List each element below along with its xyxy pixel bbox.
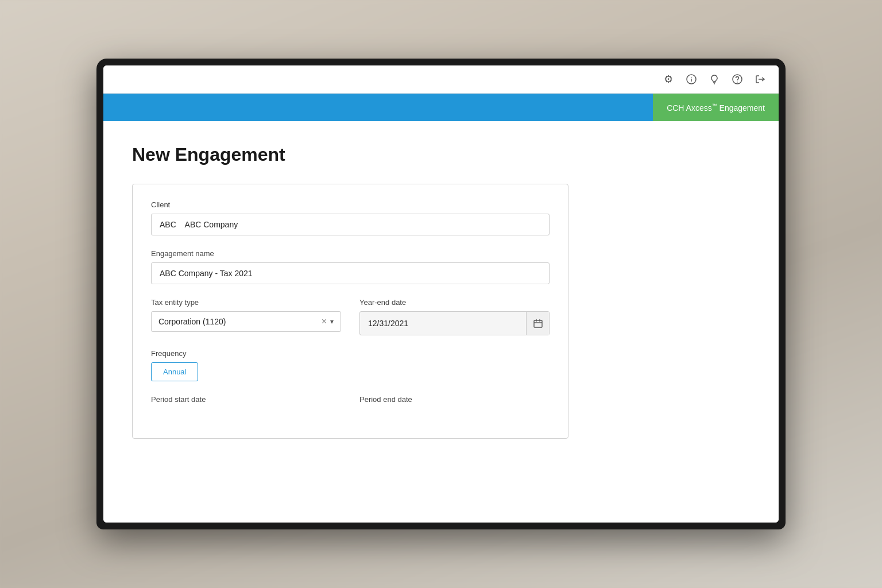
help-icon[interactable] (728, 70, 746, 88)
svg-rect-8 (534, 320, 542, 327)
period-date-row: Period start date Period end date (151, 395, 550, 408)
tax-entity-select[interactable]: Corporation (1120) × ▾ (151, 311, 341, 332)
tax-entity-chevron-icon[interactable]: ▾ (330, 318, 334, 326)
client-label: Client (151, 200, 550, 209)
svg-point-6 (737, 82, 738, 83)
period-start-label: Period start date (151, 395, 341, 404)
app-name-text: CCH Axcess™ Engagement (667, 103, 765, 113)
period-end-label: Period end date (359, 395, 550, 404)
period-start-col: Period start date (151, 395, 341, 408)
tax-entity-clear-icon[interactable]: × (322, 316, 327, 327)
header-bar: CCH Axcess™ Engagement (103, 94, 779, 121)
monitor-screen: ⚙ (103, 65, 779, 523)
form-card: Client Engagement name Tax entity type C… (132, 184, 568, 439)
monitor-frame: ⚙ (96, 59, 786, 529)
lightbulb-icon[interactable] (705, 70, 724, 88)
top-bar: ⚙ (103, 65, 779, 94)
header-bar-blue-section (103, 94, 653, 121)
tax-entity-value: Corporation (1120) (158, 317, 322, 326)
main-content: New Engagement Client Engagement name Ta… (103, 121, 779, 523)
period-end-col: Period end date (359, 395, 550, 408)
page-title: New Engagement (132, 144, 750, 165)
tax-entity-year-row: Tax entity type Corporation (1120) × ▾ Y… (151, 298, 550, 335)
engagement-name-input[interactable] (151, 262, 550, 284)
tax-entity-label: Tax entity type (151, 298, 341, 307)
tax-entity-col: Tax entity type Corporation (1120) × ▾ (151, 298, 341, 335)
calendar-icon[interactable] (526, 312, 549, 335)
engagement-name-field-group: Engagement name (151, 249, 550, 284)
app-name-badge: CCH Axcess™ Engagement (653, 94, 779, 121)
frequency-field-group: Frequency Annual (151, 349, 550, 381)
info-icon[interactable] (682, 70, 701, 88)
year-end-label: Year-end date (359, 298, 550, 307)
year-end-col: Year-end date (359, 298, 550, 335)
logout-icon[interactable] (751, 70, 769, 88)
year-end-input[interactable] (360, 313, 526, 334)
frequency-label: Frequency (151, 349, 550, 358)
settings-icon[interactable]: ⚙ (659, 70, 678, 88)
engagement-name-label: Engagement name (151, 249, 550, 258)
client-field-group: Client (151, 200, 550, 235)
svg-point-2 (691, 77, 692, 78)
year-end-date-wrapper (359, 311, 550, 335)
annual-frequency-button[interactable]: Annual (151, 362, 198, 381)
client-input[interactable] (151, 214, 550, 235)
